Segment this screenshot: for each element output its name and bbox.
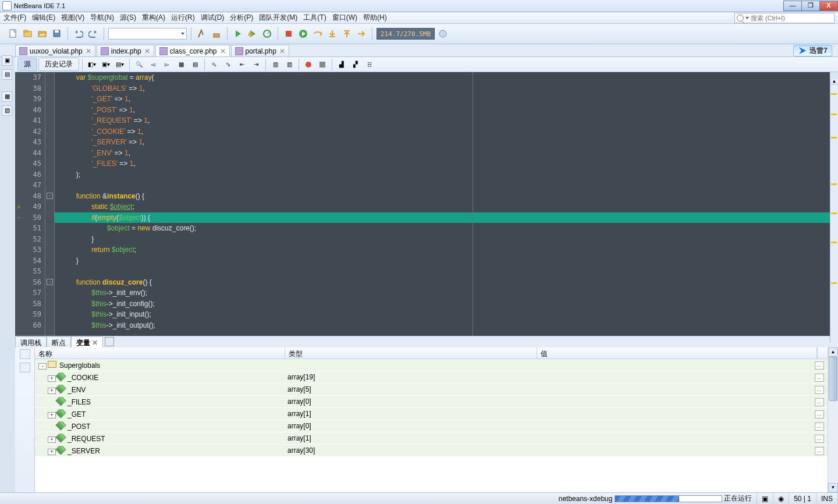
code-line[interactable]: 'GLOBALS' => 1, xyxy=(55,83,830,94)
line-number[interactable]: 41 xyxy=(15,115,45,126)
ellipsis-button[interactable]: … xyxy=(815,410,824,418)
source-tab[interactable]: 源 xyxy=(17,58,37,71)
line-number[interactable]: 56 xyxy=(15,277,45,288)
search-input[interactable] xyxy=(751,15,826,22)
line-number[interactable]: 38 xyxy=(15,83,45,94)
gc-button[interactable] xyxy=(436,27,449,40)
clean-build-button[interactable] xyxy=(210,27,223,40)
stripe-up-icon[interactable]: ▲ xyxy=(830,79,838,84)
fold-toggle-icon[interactable]: - xyxy=(47,279,53,285)
line-number[interactable]: 59 xyxy=(15,309,45,320)
toggle-highlight-icon[interactable]: ▦ xyxy=(175,58,187,71)
tab-callstack[interactable]: 调用栈 xyxy=(15,336,47,347)
menu-edit[interactable]: 编辑(E) xyxy=(32,13,55,23)
line-number[interactable]: 48 xyxy=(15,191,45,202)
expand-icon[interactable]: + xyxy=(48,388,56,394)
variable-row[interactable]: +_COOKIEarray[19]… xyxy=(35,371,828,384)
comment-icon[interactable]: ▥ xyxy=(269,58,282,71)
step-out-button[interactable] xyxy=(340,27,353,40)
col-value[interactable]: 值 xyxy=(537,347,817,359)
variable-row[interactable]: -Superglobals… xyxy=(35,359,828,371)
code-line[interactable]: '_GET' => 1, xyxy=(55,94,830,105)
ellipsis-button[interactable]: … xyxy=(815,447,824,455)
file-tab[interactable]: uuxoo_violat.php✕ xyxy=(15,45,95,56)
xunlei-badge[interactable]: 迅雷7 xyxy=(793,45,832,56)
services-icon[interactable]: ▧ xyxy=(2,105,12,116)
line-number[interactable]: 45 xyxy=(15,158,45,169)
file-tab[interactable]: class_core.php✕ xyxy=(155,45,230,56)
line-number[interactable]: 55 xyxy=(15,266,45,277)
stop-button[interactable] xyxy=(282,27,295,40)
line-number[interactable]: 46 xyxy=(15,169,45,180)
line-number[interactable]: 60 xyxy=(15,320,45,331)
toggle-bookmark-icon[interactable]: ▤ xyxy=(189,58,201,71)
projects-icon[interactable]: ▣ xyxy=(2,55,12,66)
code-line[interactable] xyxy=(55,266,830,277)
menu-debug[interactable]: 调试(D) xyxy=(201,13,225,23)
line-number[interactable]: 58 xyxy=(15,299,45,310)
nav-back-icon[interactable]: ◧▾ xyxy=(86,58,98,71)
variable-row[interactable]: +_SERVERarray[30]… xyxy=(35,445,828,457)
close-icon[interactable]: ✕ xyxy=(220,47,226,55)
close-button[interactable]: X xyxy=(819,1,838,11)
line-gutter[interactable]: 3738394041424344454647484950515253545556… xyxy=(15,72,45,336)
step-over-button[interactable] xyxy=(311,27,324,40)
config-combo[interactable] xyxy=(108,28,187,40)
menu-analyze[interactable]: 分析(P) xyxy=(230,13,253,23)
expand-icon[interactable]: + xyxy=(48,449,56,455)
tab-breakpoints[interactable]: 断点 xyxy=(47,336,71,347)
variable-row[interactable]: +_ENVarray[5]… xyxy=(35,384,828,396)
variables-scrollbar[interactable]: ▲ ▼ xyxy=(828,347,838,492)
code-line[interactable]: $this->_init_env(); xyxy=(55,288,830,299)
status-icon2[interactable]: ◉ xyxy=(773,493,789,504)
code-line[interactable]: } xyxy=(55,234,830,245)
close-icon[interactable]: ✕ xyxy=(92,339,98,347)
line-number[interactable]: 49 xyxy=(15,201,45,212)
continue-button[interactable] xyxy=(297,27,310,40)
code-line[interactable]: return $object; xyxy=(55,244,830,255)
menu-file[interactable]: 文件(F) xyxy=(3,13,26,23)
new-watch-icon[interactable] xyxy=(20,363,30,372)
dock-icon[interactable] xyxy=(105,337,114,346)
find-selection-icon[interactable]: 🔍 xyxy=(133,58,145,71)
code-line[interactable]: function &instance() { xyxy=(55,191,830,202)
close-icon[interactable]: ✕ xyxy=(144,47,150,55)
line-number[interactable]: 37 xyxy=(15,72,45,83)
misc1-icon[interactable]: ▟ xyxy=(335,58,348,71)
history-tab[interactable]: 历史记录 xyxy=(38,58,79,71)
menu-view[interactable]: 视图(V) xyxy=(61,13,84,23)
ellipsis-button[interactable]: … xyxy=(815,374,824,382)
prev-bookmark-icon[interactable]: ⬁ xyxy=(208,58,221,71)
fold-column[interactable]: -- xyxy=(45,72,55,336)
run-to-cursor-button[interactable] xyxy=(355,27,368,40)
scroll-thumb[interactable] xyxy=(829,357,837,401)
code-line[interactable]: '_REQUEST' => 1, xyxy=(55,115,830,126)
file-tab[interactable]: index.php✕ xyxy=(97,45,154,56)
code-line[interactable]: var $superglobal = array( xyxy=(55,72,830,83)
maximize-button[interactable]: ❐ xyxy=(801,1,820,11)
code-line[interactable]: if(empty($object)) { xyxy=(55,212,830,223)
macro-stop-icon[interactable] xyxy=(316,58,329,71)
line-number[interactable]: 42 xyxy=(15,126,45,137)
code-editor[interactable]: 3738394041424344454647484950515253545556… xyxy=(15,72,830,336)
insert-mode[interactable]: INS xyxy=(816,493,838,504)
next-bookmark-icon[interactable]: ⬂ xyxy=(222,58,235,71)
variable-row[interactable]: _FILESarray[0]… xyxy=(35,396,828,408)
line-number[interactable]: 51 xyxy=(15,223,45,234)
code-line[interactable] xyxy=(55,180,830,191)
menu-window[interactable]: 窗口(W) xyxy=(332,13,357,23)
expand-icon[interactable]: - xyxy=(38,363,47,370)
save-all-button[interactable] xyxy=(51,27,63,40)
run-button[interactable] xyxy=(232,27,244,40)
undo-button[interactable] xyxy=(72,27,85,40)
ellipsis-button[interactable]: … xyxy=(815,435,824,443)
code-line[interactable]: ); xyxy=(55,169,830,180)
open-project-button[interactable] xyxy=(36,27,49,40)
header-settings-icon[interactable] xyxy=(817,347,828,359)
code-line[interactable]: '_SERVER' => 1, xyxy=(55,137,830,148)
uncomment-icon[interactable]: ▥ xyxy=(283,58,296,71)
menu-tools[interactable]: 工具(T) xyxy=(303,13,326,23)
variable-row[interactable]: +_REQUESTarray[1]… xyxy=(35,432,828,445)
code-line[interactable]: static $object; xyxy=(55,201,830,212)
nav-fwd-icon[interactable]: ▣▾ xyxy=(100,58,112,71)
